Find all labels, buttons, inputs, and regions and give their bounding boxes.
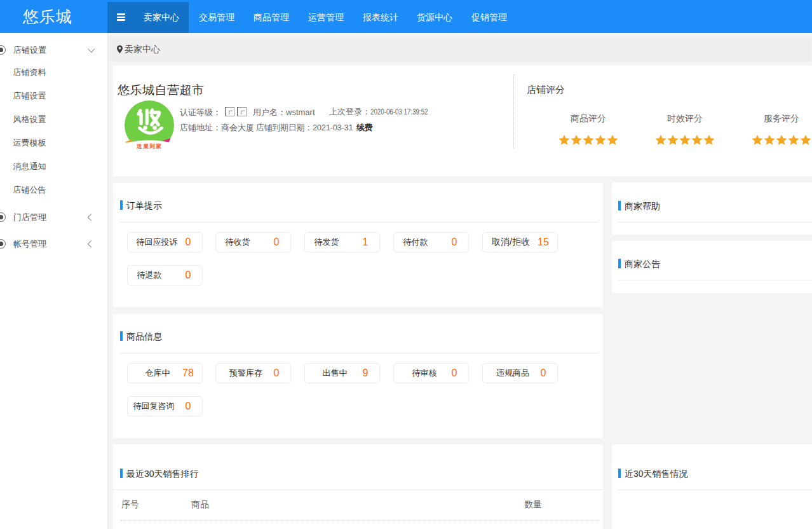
svg-text:送菜到家: 送菜到家 [136, 143, 162, 149]
